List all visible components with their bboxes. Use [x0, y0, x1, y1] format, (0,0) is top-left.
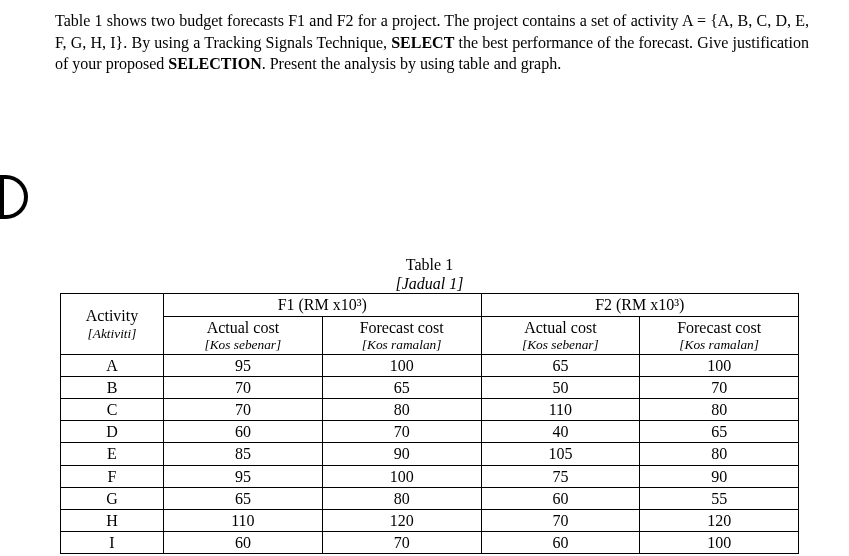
cell-activity: H: [61, 510, 164, 532]
cell-f1-actual: 70: [164, 399, 323, 421]
col-f2-forecast-label: Forecast cost: [677, 319, 761, 336]
col-f2-actual-label: Actual cost: [524, 319, 596, 336]
cell-f2-actual: 70: [481, 510, 640, 532]
table-row: D60704065: [61, 421, 799, 443]
col-f2-forecast-header: Forecast cost [Kos ramalan]: [640, 316, 799, 354]
col-f2-actual-label-it: [Kos sebenar]: [488, 337, 634, 353]
cell-f2-actual: 50: [481, 376, 640, 398]
cell-f2-actual: 75: [481, 465, 640, 487]
cell-f2-forecast: 65: [640, 421, 799, 443]
cell-f2-actual: 65: [481, 354, 640, 376]
col-f2-forecast-label-it: [Kos ramalan]: [646, 337, 792, 353]
page-tab-decoration: [0, 175, 28, 219]
cell-f1-forecast: 80: [322, 487, 481, 509]
cell-activity: C: [61, 399, 164, 421]
cell-f1-forecast: 80: [322, 399, 481, 421]
cell-f1-actual: 60: [164, 532, 323, 554]
col-f1-forecast-header: Forecast cost [Kos ramalan]: [322, 316, 481, 354]
cell-activity: D: [61, 421, 164, 443]
cell-f2-forecast: 100: [640, 532, 799, 554]
table-row: F951007590: [61, 465, 799, 487]
cell-f2-actual: 105: [481, 443, 640, 465]
table-row: C708011080: [61, 399, 799, 421]
cell-f2-forecast: 120: [640, 510, 799, 532]
cell-f2-forecast: 80: [640, 399, 799, 421]
cell-f2-actual: 60: [481, 532, 640, 554]
cell-f1-forecast: 65: [322, 376, 481, 398]
cell-activity: B: [61, 376, 164, 398]
cell-f1-forecast: 120: [322, 510, 481, 532]
cell-f2-actual: 110: [481, 399, 640, 421]
col-f1-actual-header: Actual cost [Kos sebenar]: [164, 316, 323, 354]
cell-f1-actual: 60: [164, 421, 323, 443]
table-row: E859010580: [61, 443, 799, 465]
question-bold-select: SELECT: [391, 34, 454, 51]
table-row: A9510065100: [61, 354, 799, 376]
col-activity-header: Activity [Aktiviti]: [61, 294, 164, 354]
table-row: G65806055: [61, 487, 799, 509]
cell-f2-forecast: 90: [640, 465, 799, 487]
cell-f1-forecast: 70: [322, 532, 481, 554]
question-bold-selection: SELECTION: [168, 55, 261, 72]
cell-f1-actual: 95: [164, 354, 323, 376]
cell-f2-actual: 60: [481, 487, 640, 509]
table-row: H11012070120: [61, 510, 799, 532]
table-1: Activity [Aktiviti] F1 (RM x10³) F2 (RM …: [60, 293, 799, 554]
table-1-title-text: Table 1: [406, 256, 453, 273]
cell-activity: G: [61, 487, 164, 509]
cell-activity: A: [61, 354, 164, 376]
col-f1-forecast-label-it: [Kos ramalan]: [329, 337, 475, 353]
table-1-title-italic: [Jadual 1]: [396, 275, 464, 292]
table-header-row-1: Activity [Aktiviti] F1 (RM x10³) F2 (RM …: [61, 294, 799, 316]
table-row: B70655070: [61, 376, 799, 398]
cell-f1-actual: 70: [164, 376, 323, 398]
col-f2-actual-header: Actual cost [Kos sebenar]: [481, 316, 640, 354]
cell-f1-actual: 85: [164, 443, 323, 465]
table-row: I607060100: [61, 532, 799, 554]
cell-activity: I: [61, 532, 164, 554]
cell-f1-forecast: 100: [322, 354, 481, 376]
cell-f1-actual: 65: [164, 487, 323, 509]
table-1-title: Table 1 [Jadual 1]: [60, 255, 799, 293]
col-f1-header: F1 (RM x10³): [164, 294, 482, 316]
cell-f2-actual: 40: [481, 421, 640, 443]
cell-f1-forecast: 100: [322, 465, 481, 487]
question-text-3: . Present the analysis by using table an…: [262, 55, 562, 72]
col-f1-forecast-label: Forecast cost: [360, 319, 444, 336]
table-1-block: Table 1 [Jadual 1] Activity [Aktiviti] F…: [60, 255, 799, 554]
cell-f2-forecast: 80: [640, 443, 799, 465]
table-header-row-2: Actual cost [Kos sebenar] Forecast cost …: [61, 316, 799, 354]
col-activity-label-it: [Aktiviti]: [67, 326, 157, 342]
cell-activity: F: [61, 465, 164, 487]
cell-f1-forecast: 90: [322, 443, 481, 465]
col-f1-actual-label-it: [Kos sebenar]: [170, 337, 316, 353]
cell-f1-actual: 95: [164, 465, 323, 487]
cell-activity: E: [61, 443, 164, 465]
cell-f1-forecast: 70: [322, 421, 481, 443]
cell-f1-actual: 110: [164, 510, 323, 532]
col-f2-header: F2 (RM x10³): [481, 294, 799, 316]
cell-f2-forecast: 70: [640, 376, 799, 398]
cell-f2-forecast: 100: [640, 354, 799, 376]
table-1-body: A9510065100 B70655070 C708011080 D607040…: [61, 354, 799, 554]
question-paragraph: Table 1 shows two budget forecasts F1 an…: [0, 0, 849, 95]
col-activity-label: Activity: [86, 307, 138, 324]
col-f1-actual-label: Actual cost: [207, 319, 279, 336]
cell-f2-forecast: 55: [640, 487, 799, 509]
